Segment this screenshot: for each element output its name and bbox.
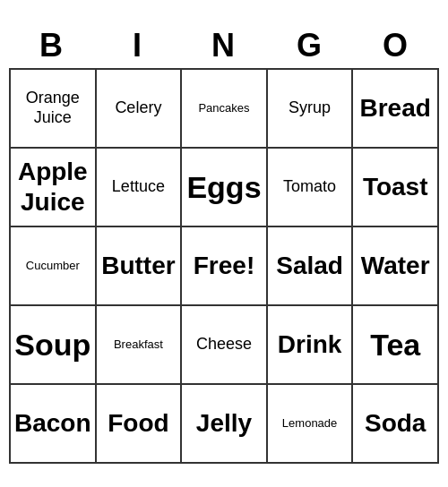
- cell-text-1-3: Tomato: [283, 177, 336, 197]
- cell-3-0: Soup: [11, 306, 97, 385]
- cell-text-2-4: Water: [361, 251, 430, 281]
- cell-text-0-2: Pancakes: [198, 101, 249, 115]
- cell-text-2-0: Cucumber: [26, 259, 80, 273]
- cell-4-4: Soda: [353, 385, 439, 464]
- cell-1-1: Lettuce: [97, 149, 183, 227]
- cell-0-1: Celery: [97, 70, 183, 149]
- cell-0-0: Orange Juice: [11, 70, 97, 149]
- header-letter-B: B: [9, 23, 95, 68]
- cell-text-2-1: Butter: [101, 251, 175, 281]
- header-letter-I: I: [95, 23, 181, 68]
- header-letter-O: O: [353, 23, 439, 68]
- cell-text-1-2: Eggs: [186, 169, 261, 206]
- cell-text-0-3: Syrup: [289, 98, 331, 118]
- cell-text-4-4: Soda: [365, 408, 426, 439]
- cell-text-4-3: Lemonade: [282, 416, 337, 431]
- bingo-card: BINGO Orange JuiceCeleryPancakesSyrupBre…: [9, 23, 439, 464]
- cell-0-2: Pancakes: [182, 70, 268, 149]
- cell-1-0: Apple Juice: [11, 149, 97, 227]
- cell-3-1: Breakfast: [97, 306, 183, 385]
- bingo-grid: Orange JuiceCeleryPancakesSyrupBreadAppl…: [9, 68, 439, 464]
- header-letter-N: N: [181, 23, 267, 68]
- cell-text-1-4: Toast: [363, 172, 428, 202]
- cell-4-1: Food: [97, 385, 183, 464]
- cell-text-3-0: Soup: [14, 327, 90, 363]
- cell-text-2-3: Salad: [276, 251, 343, 281]
- cell-text-1-0: Apple Juice: [14, 157, 91, 217]
- cell-text-3-4: Tea: [370, 327, 420, 363]
- cell-text-3-1: Breakfast: [114, 337, 163, 352]
- cell-text-3-2: Cheese: [196, 335, 252, 355]
- cell-text-4-2: Jelly: [196, 408, 252, 439]
- cell-2-4: Water: [353, 227, 439, 306]
- cell-text-2-2: Free!: [194, 251, 254, 281]
- cell-1-2: Eggs: [182, 149, 268, 227]
- header-letter-G: G: [267, 23, 353, 68]
- cell-3-2: Cheese: [182, 306, 268, 385]
- cell-text-4-1: Food: [108, 408, 168, 439]
- cell-text-3-3: Drink: [278, 329, 342, 360]
- cell-0-4: Bread: [353, 70, 439, 149]
- cell-text-0-4: Bread: [360, 93, 431, 124]
- cell-3-4: Tea: [353, 306, 439, 385]
- cell-2-3: Salad: [268, 227, 354, 306]
- cell-text-1-1: Lettuce: [112, 177, 165, 197]
- cell-text-0-1: Celery: [115, 98, 161, 118]
- cell-2-2: Free!: [182, 227, 268, 306]
- cell-4-2: Jelly: [182, 385, 268, 464]
- cell-3-3: Drink: [268, 306, 354, 385]
- cell-2-1: Butter: [97, 227, 183, 306]
- cell-4-0: Bacon: [11, 385, 97, 464]
- cell-1-4: Toast: [353, 149, 439, 227]
- cell-0-3: Syrup: [268, 70, 354, 149]
- cell-text-4-0: Bacon: [14, 408, 91, 439]
- cell-4-3: Lemonade: [268, 385, 354, 464]
- cell-1-3: Tomato: [268, 149, 354, 227]
- cell-2-0: Cucumber: [11, 227, 97, 306]
- bingo-header: BINGO: [9, 23, 439, 68]
- cell-text-0-0: Orange Juice: [14, 89, 91, 127]
